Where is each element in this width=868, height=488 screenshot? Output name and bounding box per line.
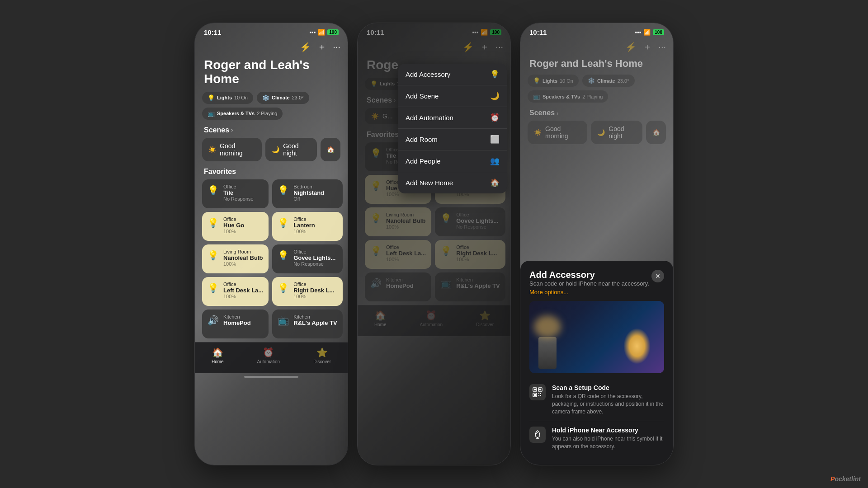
screen-content-1: 10:11 ▪▪▪ 📶 100 ⚡ ＋ ··· Roger and Leah's… bbox=[195, 23, 348, 465]
device-room-4: Living Room bbox=[223, 249, 263, 254]
add-accessory-icon: 💡 bbox=[490, 70, 500, 79]
quick-stats-3: 💡 Lights 10 On ❄️ Climate 23.0° 📺 Speake… bbox=[520, 75, 673, 109]
device-icon-3: 💡 bbox=[278, 217, 289, 228]
modal-close-button[interactable]: ✕ bbox=[651, 270, 664, 282]
device-room-2: Office bbox=[223, 216, 263, 222]
toolbar-1: ⚡ ＋ ··· bbox=[195, 39, 348, 56]
modal-option-hold[interactable]: Hold iPhone Near Accessory You can also … bbox=[529, 421, 664, 456]
lights-value-1: 10 On bbox=[234, 95, 248, 100]
svg-rect-6 bbox=[538, 393, 539, 394]
device-icon-6: 💡 bbox=[208, 282, 219, 293]
speakers-label-1: Speakers & TVs bbox=[217, 111, 255, 116]
device-status-4: 100% bbox=[223, 261, 263, 267]
hold-option-title: Hold iPhone Near Accessory bbox=[552, 427, 664, 434]
device-tile-hue-go[interactable]: 💡 Office Hue Go 100% bbox=[202, 212, 269, 241]
device-room-8: Kitchen bbox=[223, 314, 263, 319]
lights-stat-3: 💡 Lights 10 On bbox=[528, 75, 579, 87]
device-tile-right-desk[interactable]: 💡 Office Right Desk L... 100% bbox=[272, 277, 343, 306]
hold-icon bbox=[529, 427, 546, 443]
scenes-header-1[interactable]: Scenes › bbox=[195, 126, 348, 138]
device-icon-8: 🔊 bbox=[208, 315, 219, 326]
battery-badge-1: 100 bbox=[327, 29, 339, 35]
device-room-6: Office bbox=[223, 282, 263, 287]
add-accessory-item[interactable]: Add Accessory 💡 bbox=[398, 64, 507, 85]
climate-label-1: Climate bbox=[272, 95, 290, 100]
device-room-7: Office bbox=[293, 282, 337, 287]
svg-rect-9 bbox=[540, 395, 541, 396]
climate-stat-1[interactable]: ❄️ Climate 23.0° bbox=[257, 92, 309, 104]
modal-subtitle: Scan code or hold iPhone near the access… bbox=[529, 280, 649, 287]
device-name-2: Hue Go bbox=[223, 222, 263, 229]
waveform-icon-1[interactable]: ⚡ bbox=[300, 42, 311, 52]
add-room-item[interactable]: Add Room ⬜ bbox=[398, 129, 507, 150]
climate-value-1: 23.0° bbox=[292, 95, 304, 100]
status-bar-1: 10:11 ▪▪▪ 📶 100 bbox=[195, 23, 348, 39]
modal-option-scan[interactable]: Scan a Setup Code Look for a QR code on … bbox=[529, 379, 664, 421]
svg-rect-5 bbox=[534, 394, 536, 396]
phone-1-screen: 10:11 ▪▪▪ 📶 100 ⚡ ＋ ··· Roger and Leah's… bbox=[195, 23, 348, 465]
home-title-1: Roger and Leah's Home bbox=[195, 56, 348, 92]
device-tile-homepod[interactable]: 🔊 Kitchen HomePod bbox=[202, 310, 269, 338]
device-name-9: R&L's Apple TV bbox=[293, 319, 337, 326]
good-morning-btn-1[interactable]: ☀️ Good morning bbox=[202, 138, 262, 161]
device-tile-lantern[interactable]: 💡 Office Lantern 100% bbox=[272, 212, 343, 241]
device-tile-apple-tv[interactable]: 📺 Kitchen R&L's Apple TV bbox=[272, 310, 343, 338]
modal-link[interactable]: More options... bbox=[529, 289, 649, 296]
device-room-1: Bedroom bbox=[293, 184, 337, 189]
scenes-header-3: Scenes › bbox=[520, 109, 673, 121]
add-scene-item[interactable]: Add Scene 🌙 bbox=[398, 85, 507, 107]
add-people-label: Add People bbox=[406, 157, 441, 165]
svg-rect-1 bbox=[534, 389, 536, 390]
nav-discover-label-1: Discover bbox=[313, 359, 331, 364]
device-icon-7: 💡 bbox=[278, 282, 289, 293]
device-info-9: Kitchen R&L's Apple TV bbox=[293, 314, 337, 326]
scenes-row-3: ☀️ Good morning 🌙 Good night 🏠 bbox=[520, 121, 673, 150]
add-automation-item[interactable]: Add Automation ⏰ bbox=[398, 107, 507, 129]
add-scene-label: Add Scene bbox=[406, 92, 439, 100]
svg-rect-3 bbox=[539, 389, 541, 390]
nav-discover-1[interactable]: ⭐ Discover bbox=[313, 347, 331, 364]
more-icon-1[interactable]: ··· bbox=[333, 42, 340, 52]
device-tile-nanoleaf[interactable]: 💡 Living Room Nanoleaf Bulb 100% bbox=[202, 244, 269, 273]
device-info-3: Office Lantern 100% bbox=[293, 216, 337, 234]
device-icon-5: 💡 bbox=[278, 250, 289, 261]
home-title-3: Roger and Leah's Home bbox=[520, 56, 673, 75]
device-name-7: Right Desk L... bbox=[293, 287, 337, 294]
device-room-9: Kitchen bbox=[293, 314, 337, 319]
device-name-0: Tile bbox=[223, 189, 263, 196]
add-room-icon: ⬜ bbox=[490, 135, 500, 144]
device-tile-bedroom-nightstand[interactable]: 💡 Bedroom Nightstand Off bbox=[272, 179, 343, 208]
svg-rect-8 bbox=[538, 395, 539, 396]
scenes-row-1: ☀️ Good morning 🌙 Good night 🏠 bbox=[195, 138, 348, 168]
night-label-1: Good night bbox=[283, 142, 311, 157]
device-tile-left-desk[interactable]: 💡 Office Left Desk La... 100% bbox=[202, 277, 269, 306]
device-tile-govee[interactable]: 💡 Office Govee Lights... No Response bbox=[272, 244, 343, 273]
modal-header: Add Accessory Scan code or hold iPhone n… bbox=[529, 270, 664, 296]
device-status-3: 100% bbox=[293, 229, 337, 234]
time-display-3: 10:11 bbox=[529, 28, 547, 36]
add-new-home-label: Add New Home bbox=[406, 179, 453, 187]
night-icon-1: 🌙 bbox=[272, 146, 279, 153]
camera-preview bbox=[529, 301, 664, 373]
device-icon-1: 💡 bbox=[278, 185, 289, 196]
add-icon-1[interactable]: ＋ bbox=[317, 41, 326, 53]
add-accessory-modal: Add Accessory Scan code or hold iPhone n… bbox=[520, 261, 673, 465]
device-icon-0: 💡 bbox=[208, 185, 219, 196]
add-room-label: Add Room bbox=[406, 136, 438, 143]
add-new-home-item[interactable]: Add New Home 🏠 bbox=[398, 172, 507, 193]
speakers-icon-1: 📺 bbox=[208, 110, 215, 117]
speakers-stat-1[interactable]: 📺 Speakers & TVs 2 Playing bbox=[202, 108, 283, 120]
nav-automation-1[interactable]: ⏰ Automation bbox=[257, 347, 280, 364]
nav-home-1[interactable]: 🏠 Home bbox=[212, 347, 224, 364]
add-automation-label: Add Automation bbox=[406, 114, 453, 122]
scan-option-desc: Look for a QR code on the accessory, pac… bbox=[552, 393, 664, 415]
lights-stat-1[interactable]: 💡 Lights 10 On bbox=[202, 92, 253, 104]
device-tile-office-tile[interactable]: 💡 Office Tile No Response bbox=[202, 179, 269, 208]
home-scene-btn-1[interactable]: 🏠 bbox=[321, 138, 340, 161]
add-automation-icon: ⏰ bbox=[490, 113, 500, 122]
device-name-1: Nightstand bbox=[293, 189, 337, 196]
add-people-item[interactable]: Add People 👥 bbox=[398, 150, 507, 172]
more-icon-3: ··· bbox=[658, 42, 666, 52]
nav-home-icon-1: 🏠 bbox=[212, 347, 223, 358]
good-night-btn-1[interactable]: 🌙 Good night bbox=[265, 138, 317, 161]
